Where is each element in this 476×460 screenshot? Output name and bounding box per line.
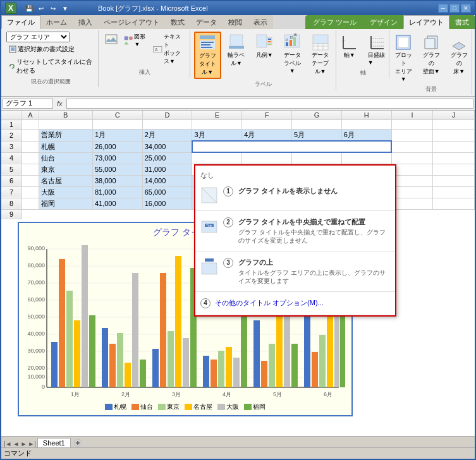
tab-formula[interactable]: 数式 xyxy=(165,15,190,29)
shape-btn[interactable]: 図形▼ xyxy=(121,32,149,49)
formula-input[interactable] xyxy=(66,99,473,109)
cell-j1[interactable] xyxy=(433,120,475,130)
cell-b5[interactable]: 東京 xyxy=(39,164,92,175)
tab-format[interactable]: 書式 xyxy=(449,15,475,29)
cell-a3[interactable] xyxy=(22,141,39,152)
legend-btn[interactable]: 凡例▼ xyxy=(252,32,277,61)
cell-a5[interactable] xyxy=(22,164,39,175)
cell-b7[interactable]: 大阪 xyxy=(39,186,92,198)
cell-b3[interactable]: 札幌 xyxy=(39,141,92,152)
col-header-i[interactable]: I xyxy=(391,111,433,120)
cell-c2[interactable]: 1月 xyxy=(92,130,142,142)
selection-dropdown[interactable]: グラフ エリア xyxy=(6,32,70,42)
cell-j4[interactable] xyxy=(433,152,475,164)
tab-file[interactable]: ファイル xyxy=(1,15,40,29)
more-qa-btn[interactable]: ▼ xyxy=(60,3,70,13)
sheet-nav-first[interactable]: |◄ xyxy=(4,440,12,447)
cell-j8[interactable] xyxy=(433,198,475,209)
col-header-e[interactable]: E xyxy=(192,111,242,120)
cell-c7[interactable]: 81,000 xyxy=(92,186,142,198)
close-btn[interactable]: ✕ xyxy=(461,4,471,13)
name-box[interactable] xyxy=(3,99,53,109)
dropdown-item-overlay[interactable]: Title 2 グラフ タイトルを中央揃えで重ねて配置 グラフ タイトルを中央揃… xyxy=(195,214,395,248)
cell-j5[interactable] xyxy=(433,164,475,175)
sheet-nav-prev[interactable]: ◄ xyxy=(13,440,20,447)
format-selection-btn[interactable]: 選択対象の書式設定 xyxy=(6,44,95,55)
cell-f1[interactable] xyxy=(242,120,292,130)
cell-f4[interactable] xyxy=(242,152,292,164)
cell-j3[interactable] xyxy=(433,141,475,152)
cell-a7[interactable] xyxy=(22,186,39,198)
cell-d5[interactable]: 31,000 xyxy=(142,164,192,175)
tab-home[interactable]: ホーム xyxy=(40,15,73,29)
tab-layout[interactable]: レイアウト xyxy=(403,15,449,29)
cell-b6[interactable]: 名古屋 xyxy=(39,175,92,186)
cell-g4[interactable] xyxy=(292,152,342,164)
sheet-tab-1[interactable]: Sheet1 xyxy=(37,438,71,447)
sheet-add-btn[interactable] xyxy=(73,439,82,447)
cell-d3[interactable]: 34,000 xyxy=(142,141,192,152)
sheet-nav-last[interactable]: ►| xyxy=(28,440,36,447)
cell-i7[interactable] xyxy=(391,186,433,198)
dropdown-item-above[interactable]: 3 グラフの上 タイトルをグラフ エリアの上に表示し、グラフのサイズを変更します xyxy=(195,254,395,289)
cell-a6[interactable] xyxy=(22,175,39,186)
cell-c1[interactable] xyxy=(92,120,142,130)
cell-a8[interactable] xyxy=(22,198,39,209)
col-header-g[interactable]: G xyxy=(292,111,342,120)
picture-btn[interactable] xyxy=(102,32,120,47)
cell-d7[interactable]: 65,000 xyxy=(142,186,192,198)
cell-b2[interactable]: 営業所 xyxy=(39,130,92,142)
undo-qa-btn[interactable]: ↩ xyxy=(36,3,46,13)
cell-d8[interactable]: 16,000 xyxy=(142,198,192,209)
tab-pagelayout[interactable]: ページレイアウト xyxy=(98,15,165,29)
cell-a2[interactable] xyxy=(22,130,39,142)
data-table-btn[interactable]: データテーブル▼ xyxy=(307,32,333,78)
cell-b1[interactable] xyxy=(39,120,92,130)
save-qa-btn[interactable]: 💾 xyxy=(24,3,34,13)
cell-e1[interactable] xyxy=(192,120,242,130)
dropdown-item-none[interactable]: 1 グラフ タイトルを表示しません xyxy=(195,183,395,208)
col-header-a[interactable]: A xyxy=(22,111,39,120)
reset-style-btn[interactable]: リセットしてスタイルに合わせる xyxy=(6,56,95,76)
cell-i3[interactable] xyxy=(391,141,433,152)
cell-g1[interactable] xyxy=(292,120,342,130)
chartwall-btn[interactable]: グラフの壁面▼ xyxy=(418,32,444,78)
cell-i5[interactable] xyxy=(391,164,433,175)
chartfloor-btn[interactable]: グラフの床▼ xyxy=(446,32,472,78)
axis-btn[interactable]: — 軸▼ xyxy=(337,32,362,61)
cell-i8[interactable] xyxy=(391,198,433,209)
cell-c3[interactable]: 26,000 xyxy=(92,141,142,152)
col-header-f[interactable]: F xyxy=(242,111,292,120)
cell-f2[interactable]: 4月 xyxy=(242,130,292,142)
cell-j2[interactable] xyxy=(433,130,475,142)
cell-c4[interactable]: 73,000 xyxy=(92,152,142,164)
col-header-c[interactable]: C xyxy=(92,111,142,120)
cell-e4[interactable] xyxy=(192,152,242,164)
cell-i2[interactable] xyxy=(391,130,433,142)
tab-review[interactable]: 校閲 xyxy=(223,15,248,29)
chart-title-btn[interactable]: グラフタイトル▼ xyxy=(194,32,221,79)
maximize-btn[interactable]: □ xyxy=(449,4,460,13)
minimize-btn[interactable]: ─ xyxy=(438,4,448,13)
cell-j7[interactable] xyxy=(433,186,475,198)
cell-c5[interactable]: 55,000 xyxy=(92,164,142,175)
cell-b8[interactable]: 福岡 xyxy=(39,198,92,209)
cell-j6[interactable] xyxy=(433,175,475,186)
cell-h4[interactable] xyxy=(341,152,391,164)
cell-d6[interactable]: 14,000 xyxy=(142,175,192,186)
tab-view[interactable]: 表示 xyxy=(248,15,273,29)
cell-g2[interactable]: 5月 xyxy=(292,130,342,142)
gridline-btn[interactable]: 目盛線▼ xyxy=(365,32,390,68)
col-header-j[interactable]: J xyxy=(433,111,475,120)
cell-b4[interactable]: 仙台 xyxy=(39,152,92,164)
cell-d4[interactable]: 25,000 xyxy=(142,152,192,164)
cell-d2[interactable]: 2月 xyxy=(142,130,192,142)
col-header-b[interactable]: B xyxy=(39,111,92,120)
col-header-h[interactable]: H xyxy=(341,111,391,120)
cell-a1[interactable] xyxy=(22,120,39,130)
cell-i6[interactable] xyxy=(391,175,433,186)
plotarea-btn[interactable]: プロットエリア▼ xyxy=(391,32,416,84)
cell-e2[interactable]: 3月 xyxy=(192,130,242,142)
dropdown-other-item[interactable]: 4 その他のタイトル オプション(M)... xyxy=(195,294,395,312)
col-header-d[interactable]: D xyxy=(142,111,192,120)
